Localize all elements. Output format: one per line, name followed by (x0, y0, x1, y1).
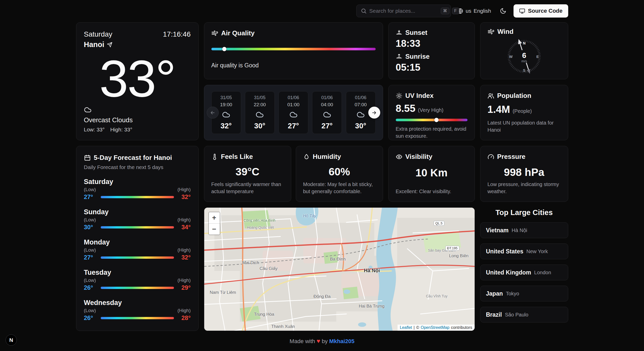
monitor-icon (519, 8, 525, 14)
five-day-forecast-card: 5-Day Forecast for Hanoi Daily Forecast … (76, 146, 199, 331)
map-label: Ba Đình (330, 257, 346, 262)
uv-marker[interactable] (434, 118, 439, 122)
air-quality-status: Air quality is Good (211, 62, 376, 69)
language-code: us (466, 8, 471, 14)
footer: Made with♥byMkhai205 (0, 338, 644, 345)
top-cities-panel: Top Large Cities Vietnam Hà Nội United S… (480, 207, 568, 331)
sunrise-time: 05:15 (396, 62, 467, 73)
sunset-icon (396, 29, 402, 36)
carousel-next-button[interactable] (368, 107, 380, 119)
visibility-card: Visibility 10 Km Excellent: Clear visibi… (388, 146, 475, 202)
language-label: English (474, 8, 491, 14)
city-item[interactable]: United Kingdom London (480, 265, 568, 280)
map-card: Hồ Tây Công viên Hòa Bình Hoàng Quốc Việ… (204, 207, 475, 331)
wind-speed: 6 (522, 51, 526, 59)
search-box[interactable]: ⌘ F (356, 5, 451, 17)
sunrise-icon (396, 53, 402, 60)
wind-compass: N E S W 6 m/s (504, 37, 544, 76)
city-item[interactable]: United States New York (480, 243, 568, 259)
uv-title: UV Index (405, 92, 434, 100)
moon-icon (500, 8, 506, 14)
map-label: Cầu Vĩnh Tuy (426, 294, 448, 298)
droplet-icon (303, 154, 310, 160)
navigation-icon (107, 42, 112, 48)
osm-link[interactable]: OpenStreetMap (421, 325, 449, 330)
source-code-label: Source Code (528, 8, 563, 14)
air-quality-marker[interactable] (222, 47, 227, 51)
temp-gradient-bar (101, 196, 174, 198)
cloud-icon (222, 111, 230, 119)
current-high: High: 33° (110, 127, 132, 133)
population-value: 1.4M (488, 104, 510, 115)
author-link[interactable]: Mkhai205 (329, 338, 354, 344)
visibility-desc: Excellent: Clear visibility. (396, 188, 467, 195)
map-label: Thanh Xuân (271, 324, 295, 329)
city-item[interactable]: Japan Tokyo (480, 286, 568, 301)
population-desc: Latest UN population data for Hanoi (488, 119, 561, 133)
temp-gradient-bar (101, 226, 174, 228)
map-label: Hà Nội (364, 268, 380, 273)
wind-card: Wind N E S W 6 m/s (480, 22, 568, 79)
feels-like-card: Feels Like 39°C Feels significantly warm… (204, 146, 291, 202)
top-cities-title: Top Large Cities (480, 208, 568, 217)
forecast-day-row: Wednesday (Low)(High) 26°28° (84, 299, 191, 322)
map-canvas[interactable] (204, 208, 475, 331)
humidity-value: 60% (303, 166, 376, 178)
air-quality-title: Air Quality (221, 29, 255, 37)
heart-icon: ♥ (317, 338, 320, 344)
current-condition: Overcast Clouds (84, 116, 191, 124)
current-day: Saturday (84, 30, 112, 38)
pressure-title: Pressure (497, 153, 525, 161)
zoom-out-button[interactable]: − (209, 223, 220, 235)
map-label: Công viên Hòa Bình (244, 218, 275, 222)
language-selector[interactable]: us English (456, 8, 493, 14)
map-label: Nam Từ Liêm (210, 290, 236, 295)
zoom-in-button[interactable]: + (209, 212, 220, 223)
sunset-time: 18:33 (396, 38, 467, 49)
nextjs-dev-badge[interactable]: N (6, 334, 17, 346)
temp-gradient-bar (101, 287, 174, 289)
uv-desc: Extra protection required, avoid sun exp… (396, 125, 467, 140)
svg-text:S: S (523, 68, 525, 72)
feels-like-desc: Feels significantly warmer than actual t… (211, 181, 284, 195)
map-label: Long Biên (449, 253, 469, 258)
current-low: Low: 33° (84, 127, 105, 133)
hourly-tile: 01/06 01:00 27° (279, 91, 308, 134)
gauge-icon (488, 154, 494, 160)
search-input[interactable] (369, 8, 438, 14)
route-badge: QL.5 (434, 221, 444, 226)
map-attribution: Leaflet | © OpenStreetMap contributors (398, 325, 475, 331)
city-item[interactable]: Vietnam Hà Nội (480, 222, 568, 238)
map-label: Trung Hòa (254, 312, 274, 317)
svg-text:W: W (509, 55, 513, 59)
forecast-day-row: Saturday (Low)(High) 27°32° (84, 178, 191, 201)
map-label: Cầu Giấy (260, 266, 278, 271)
eye-icon (396, 154, 402, 160)
forecast-day-row: Tuesday (Low)(High) 26°29° (84, 269, 191, 291)
hourly-forecast-carousel: 31/05 19:00 32° 31/05 22:00 30° 01/06 01… (204, 85, 383, 140)
users-icon (488, 93, 494, 99)
hourly-tile: 31/05 22:00 30° (245, 91, 275, 134)
sunset-label: Sunset (405, 29, 428, 37)
city-item[interactable]: Brazil São Paulo (480, 307, 568, 323)
humidity-card: Humidity 60% Moderate: May feel a bit st… (296, 146, 383, 202)
leaflet-link[interactable]: Leaflet (400, 325, 412, 330)
topbar: ⌘ F us English Source Code (76, 0, 568, 18)
cloud-icon (289, 111, 298, 119)
current-time: 17:16:46 (163, 30, 191, 38)
humidity-desc: Moderate: May feel a bit sticky, but gen… (303, 181, 376, 195)
wind-icon (488, 28, 494, 35)
feels-like-value: 39°C (211, 166, 284, 178)
hourly-tile: 01/06 04:00 27° (312, 91, 342, 134)
carousel-prev-button[interactable] (207, 107, 219, 119)
theme-toggle-button[interactable] (497, 5, 509, 17)
kbd-command: ⌘ (441, 8, 449, 14)
thermometer-icon (211, 154, 218, 160)
source-code-button[interactable]: Source Code (514, 4, 568, 18)
search-icon (361, 8, 367, 14)
feels-like-title: Feels Like (221, 153, 253, 161)
five-day-title: 5-Day Forecast for Hanoi (94, 154, 172, 162)
arrow-right-icon (371, 110, 377, 115)
sunrise-label: Sunrise (405, 53, 430, 60)
cloud-icon (323, 111, 331, 119)
